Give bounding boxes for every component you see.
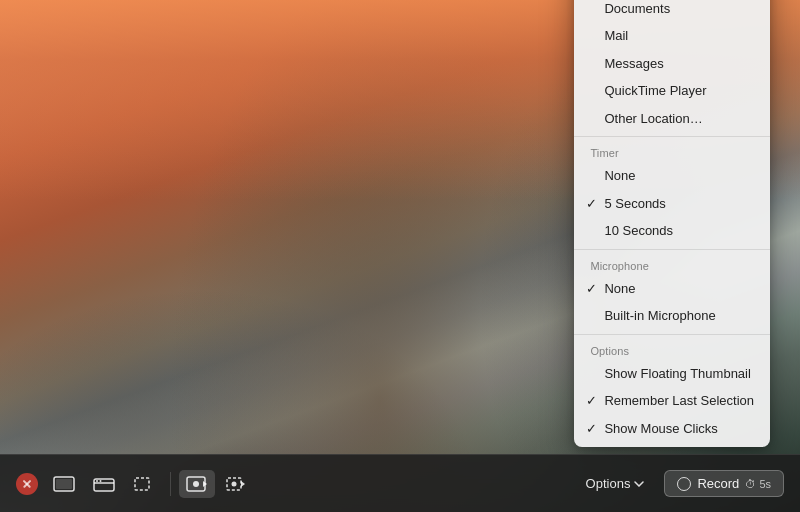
menu-item-0-4[interactable]: QuickTime Player	[574, 77, 770, 105]
menu-item-1-0[interactable]: None	[574, 162, 770, 190]
screen-record-full-button[interactable]	[179, 470, 215, 498]
menu-item-0-1[interactable]: Documents	[574, 0, 770, 22]
timer-badge: ⏱ 5s	[745, 478, 771, 490]
toolbar: Options Record ⏱ 5s	[0, 454, 800, 512]
menu-item-3-0[interactable]: Show Floating Thumbnail	[574, 360, 770, 388]
menu-item-0-5[interactable]: Other Location…	[574, 105, 770, 133]
window-capture-button[interactable]	[86, 470, 122, 498]
menu-item-1-1[interactable]: 5 Seconds	[574, 190, 770, 218]
screen-record-region-button[interactable]	[219, 470, 255, 498]
fullscreen-capture-button[interactable]	[46, 470, 82, 498]
toolbar-left	[16, 470, 255, 498]
menu-section-label-2: Microphone	[574, 254, 770, 275]
svg-point-11	[232, 481, 237, 486]
menu-item-2-0[interactable]: None	[574, 275, 770, 303]
svg-marker-12	[241, 481, 245, 487]
svg-rect-1	[56, 479, 72, 489]
region-capture-button[interactable]	[126, 470, 162, 498]
options-button[interactable]: Options	[576, 472, 655, 495]
menu-item-3-2[interactable]: Show Mouse Clicks	[574, 415, 770, 443]
menu-divider-2	[574, 334, 770, 335]
menu-item-0-3[interactable]: Messages	[574, 50, 770, 78]
menu-item-0-2[interactable]: Mail	[574, 22, 770, 50]
menu-section-label-3: Options	[574, 339, 770, 360]
timer-label: 5s	[759, 478, 771, 490]
context-menu: Save toDesktopDocumentsMailMessagesQuick…	[574, 0, 770, 447]
record-icon	[677, 477, 691, 491]
menu-item-3-1[interactable]: Remember Last Selection	[574, 387, 770, 415]
menu-section-label-1: Timer	[574, 141, 770, 162]
toolbar-separator-1	[170, 472, 171, 496]
menu-divider-0	[574, 136, 770, 137]
menu-item-2-1[interactable]: Built-in Microphone	[574, 302, 770, 330]
menu-item-1-2[interactable]: 10 Seconds	[574, 217, 770, 245]
options-label: Options	[586, 476, 631, 491]
svg-point-4	[96, 480, 98, 482]
chevron-down-icon	[634, 481, 644, 487]
svg-point-5	[100, 480, 102, 482]
menu-divider-1	[574, 249, 770, 250]
svg-rect-6	[135, 478, 149, 490]
record-label: Record	[697, 476, 739, 491]
close-button[interactable]	[16, 473, 38, 495]
timer-icon: ⏱	[745, 478, 756, 490]
record-button[interactable]: Record ⏱ 5s	[664, 470, 784, 497]
svg-point-8	[193, 481, 199, 487]
